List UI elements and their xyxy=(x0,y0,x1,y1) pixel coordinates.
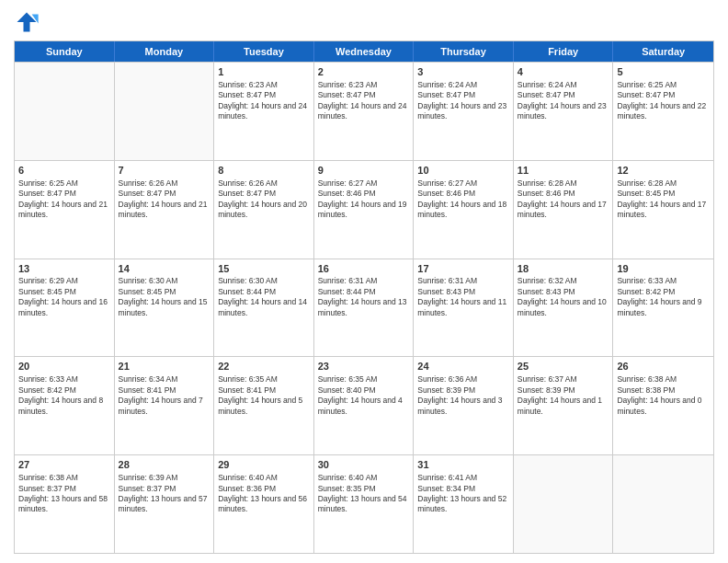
calendar-cell: 10Sunrise: 6:27 AMSunset: 8:46 PMDayligh… xyxy=(414,161,514,259)
daylight-text: Daylight: 14 hours and 7 minutes. xyxy=(119,396,210,417)
sunrise-text: Sunrise: 6:31 AM xyxy=(417,276,509,286)
sunrise-text: Sunrise: 6:28 AM xyxy=(518,178,609,189)
calendar-row-3: 13Sunrise: 6:29 AMSunset: 8:45 PMDayligh… xyxy=(15,259,713,357)
day-number: 1 xyxy=(218,65,310,79)
sunset-text: Sunset: 8:47 PM xyxy=(518,90,609,100)
sunset-text: Sunset: 8:40 PM xyxy=(318,385,410,396)
sunset-text: Sunset: 8:44 PM xyxy=(318,287,410,297)
day-number: 6 xyxy=(18,164,110,178)
daylight-text: Daylight: 14 hours and 10 minutes. xyxy=(518,297,609,318)
day-number: 8 xyxy=(218,164,310,178)
day-number: 19 xyxy=(617,262,710,276)
daylight-text: Daylight: 14 hours and 5 minutes. xyxy=(218,396,310,417)
sunset-text: Sunset: 8:47 PM xyxy=(218,90,310,100)
calendar-cell: 24Sunrise: 6:36 AMSunset: 8:39 PMDayligh… xyxy=(414,357,514,454)
sunset-text: Sunset: 8:47 PM xyxy=(119,189,210,199)
sunset-text: Sunset: 8:46 PM xyxy=(417,189,509,199)
day-number: 11 xyxy=(518,164,609,178)
calendar-cell: 23Sunrise: 6:35 AMSunset: 8:40 PMDayligh… xyxy=(314,357,415,454)
sunset-text: Sunset: 8:46 PM xyxy=(518,189,609,199)
calendar-cell: 17Sunrise: 6:31 AMSunset: 8:43 PMDayligh… xyxy=(414,259,514,357)
calendar-cell: 9Sunrise: 6:27 AMSunset: 8:46 PMDaylight… xyxy=(314,161,415,259)
daylight-text: Daylight: 13 hours and 57 minutes. xyxy=(119,494,210,515)
sunset-text: Sunset: 8:44 PM xyxy=(218,287,310,297)
daylight-text: Daylight: 14 hours and 11 minutes. xyxy=(417,297,509,318)
sunset-text: Sunset: 8:46 PM xyxy=(318,189,410,199)
sunset-text: Sunset: 8:37 PM xyxy=(18,484,110,494)
header-day-sunday: Sunday xyxy=(15,41,115,62)
sunset-text: Sunset: 8:45 PM xyxy=(18,287,110,297)
sunrise-text: Sunrise: 6:25 AM xyxy=(617,80,710,90)
sunset-text: Sunset: 8:34 PM xyxy=(417,484,509,494)
calendar-cell: 1Sunrise: 6:23 AMSunset: 8:47 PMDaylight… xyxy=(214,63,314,160)
daylight-text: Daylight: 14 hours and 3 minutes. xyxy=(417,396,509,417)
day-number: 4 xyxy=(518,65,609,79)
sunrise-text: Sunrise: 6:26 AM xyxy=(218,178,310,189)
calendar-cell: 6Sunrise: 6:25 AMSunset: 8:47 PMDaylight… xyxy=(15,161,115,259)
sunrise-text: Sunrise: 6:38 AM xyxy=(617,374,710,385)
sunset-text: Sunset: 8:36 PM xyxy=(218,484,310,494)
day-number: 13 xyxy=(18,262,110,276)
calendar-row-2: 6Sunrise: 6:25 AMSunset: 8:47 PMDaylight… xyxy=(15,160,713,259)
sunrise-text: Sunrise: 6:30 AM xyxy=(119,276,210,286)
daylight-text: Daylight: 14 hours and 20 minutes. xyxy=(218,200,310,221)
daylight-text: Daylight: 13 hours and 52 minutes. xyxy=(417,494,509,515)
daylight-text: Daylight: 14 hours and 9 minutes. xyxy=(617,297,710,318)
sunset-text: Sunset: 8:39 PM xyxy=(518,385,609,396)
daylight-text: Daylight: 14 hours and 24 minutes. xyxy=(218,101,310,122)
calendar-cell xyxy=(613,455,713,553)
calendar-cell: 29Sunrise: 6:40 AMSunset: 8:36 PMDayligh… xyxy=(214,455,314,553)
day-number: 21 xyxy=(119,360,210,373)
calendar-cell: 18Sunrise: 6:32 AMSunset: 8:43 PMDayligh… xyxy=(514,259,614,357)
day-number: 22 xyxy=(218,360,310,373)
sunset-text: Sunset: 8:41 PM xyxy=(218,385,310,396)
calendar-cell: 13Sunrise: 6:29 AMSunset: 8:45 PMDayligh… xyxy=(15,259,115,357)
sunrise-text: Sunrise: 6:34 AM xyxy=(119,374,210,385)
daylight-text: Daylight: 14 hours and 1 minute. xyxy=(518,396,609,417)
sunset-text: Sunset: 8:45 PM xyxy=(617,189,710,199)
daylight-text: Daylight: 14 hours and 0 minutes. xyxy=(617,396,710,417)
daylight-text: Daylight: 14 hours and 22 minutes. xyxy=(617,101,710,122)
calendar-row-1: 1Sunrise: 6:23 AMSunset: 8:47 PMDaylight… xyxy=(15,62,713,160)
calendar-cell xyxy=(15,63,115,160)
daylight-text: Daylight: 14 hours and 19 minutes. xyxy=(318,200,410,221)
header-day-friday: Friday xyxy=(514,41,614,62)
daylight-text: Daylight: 14 hours and 15 minutes. xyxy=(119,297,210,318)
day-number: 29 xyxy=(218,458,310,472)
daylight-text: Daylight: 13 hours and 56 minutes. xyxy=(218,494,310,515)
day-number: 10 xyxy=(417,164,509,178)
daylight-text: Daylight: 14 hours and 16 minutes. xyxy=(18,297,110,318)
day-number: 16 xyxy=(318,262,410,276)
sunrise-text: Sunrise: 6:37 AM xyxy=(518,374,609,385)
header-day-monday: Monday xyxy=(115,41,215,62)
logo xyxy=(14,9,43,35)
day-number: 25 xyxy=(518,360,609,373)
day-number: 27 xyxy=(18,458,110,472)
calendar-cell: 3Sunrise: 6:24 AMSunset: 8:47 PMDaylight… xyxy=(414,63,514,160)
calendar-cell: 14Sunrise: 6:30 AMSunset: 8:45 PMDayligh… xyxy=(115,259,215,357)
sunrise-text: Sunrise: 6:26 AM xyxy=(119,178,210,189)
day-number: 14 xyxy=(119,262,210,276)
daylight-text: Daylight: 13 hours and 54 minutes. xyxy=(318,494,410,515)
sunset-text: Sunset: 8:47 PM xyxy=(417,90,509,100)
sunset-text: Sunset: 8:47 PM xyxy=(18,189,110,199)
day-number: 7 xyxy=(119,164,210,178)
sunrise-text: Sunrise: 6:36 AM xyxy=(417,374,509,385)
sunset-text: Sunset: 8:47 PM xyxy=(218,189,310,199)
calendar-cell: 21Sunrise: 6:34 AMSunset: 8:41 PMDayligh… xyxy=(115,357,215,454)
header-day-thursday: Thursday xyxy=(414,41,514,62)
sunset-text: Sunset: 8:43 PM xyxy=(518,287,609,297)
calendar-body: 1Sunrise: 6:23 AMSunset: 8:47 PMDaylight… xyxy=(15,62,713,553)
sunset-text: Sunset: 8:41 PM xyxy=(119,385,210,396)
day-number: 28 xyxy=(119,458,210,472)
day-number: 17 xyxy=(417,262,509,276)
sunset-text: Sunset: 8:43 PM xyxy=(417,287,509,297)
sunrise-text: Sunrise: 6:30 AM xyxy=(218,276,310,286)
daylight-text: Daylight: 14 hours and 24 minutes. xyxy=(318,101,410,122)
daylight-text: Daylight: 14 hours and 13 minutes. xyxy=(318,297,410,318)
calendar-cell: 5Sunrise: 6:25 AMSunset: 8:47 PMDaylight… xyxy=(613,63,713,160)
daylight-text: Daylight: 14 hours and 17 minutes. xyxy=(617,200,710,221)
daylight-text: Daylight: 14 hours and 21 minutes. xyxy=(119,200,210,221)
sunset-text: Sunset: 8:38 PM xyxy=(617,385,710,396)
daylight-text: Daylight: 14 hours and 8 minutes. xyxy=(18,396,110,417)
